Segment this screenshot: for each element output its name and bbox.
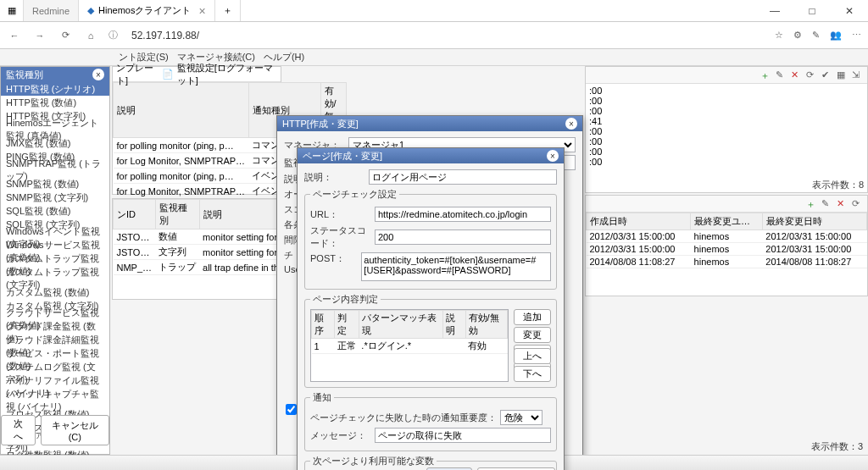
- star-icon[interactable]: ☆: [775, 30, 783, 41]
- sidebar-item[interactable]: パケットキャプチャ監視 (バイナリ): [1, 394, 109, 407]
- toolbar: ＋ ✎ ✕ ⟳: [586, 196, 867, 213]
- page-content-fieldset: ページ内容判定 順序判定パターンマッチ表現説明有効/無効1正常.*ログイン.*有…: [304, 293, 557, 388]
- sidebar-item[interactable]: SQL監視 (数値): [1, 204, 109, 218]
- app-icon: ▦: [0, 0, 24, 21]
- right-list-panel: ＋ ✎ ✕ ⟳ ✔ ▦ ⇲ :00:00:00:41:00:00:00:00 表…: [585, 66, 868, 193]
- close-icon[interactable]: ×: [565, 118, 577, 130]
- navbar: ← → ⟳ ⌂ ⓘ ☆ ⚙ ✎ 👥 ⋯: [0, 22, 868, 49]
- next-button[interactable]: 次へ: [1, 415, 36, 445]
- column-header[interactable]: 最終変更日時: [762, 213, 866, 230]
- sidebar-item[interactable]: カスタムトラップ監視 (文字列): [1, 272, 109, 285]
- message-input[interactable]: [375, 428, 551, 443]
- field-label: URL：: [310, 208, 371, 221]
- refresh-icon[interactable]: ⟳: [852, 198, 864, 210]
- filter-icon[interactable]: ▦: [837, 69, 849, 81]
- column-header[interactable]: 判定: [335, 311, 359, 339]
- time-cell: :41: [589, 116, 864, 126]
- right-history-panel: ＋ ✎ ✕ ⟳ 作成日時最終変更ユ…最終変更日時2012/03/31 15:00…: [585, 195, 868, 296]
- time-cell: :00: [589, 136, 864, 147]
- delete-icon[interactable]: ✕: [837, 198, 849, 210]
- column-header[interactable]: 有効/無効: [465, 311, 507, 339]
- share-icon[interactable]: 👥: [830, 30, 842, 41]
- tab-hinemos[interactable]: ◆Hinemosクライアント×: [79, 0, 215, 21]
- edit-icon[interactable]: ✎: [821, 198, 833, 210]
- time-cell: :00: [589, 106, 864, 116]
- bottom-table-panel: ンID監視種別説明フォJSTO…数値monitor setting for an…: [112, 198, 281, 300]
- window-close-button[interactable]: ✕: [831, 0, 868, 22]
- column-header[interactable]: 説明: [114, 83, 249, 138]
- legend: 次ページより利用可能な変数: [310, 455, 437, 467]
- description-input[interactable]: [369, 169, 557, 185]
- action-button[interactable]: 追加: [514, 309, 551, 325]
- template-table-panel: ンプレート]📄監視設定[ログフォーマット] 説明通知種別有効/無効for pol…: [112, 66, 281, 195]
- column-header[interactable]: ンID: [114, 200, 156, 229]
- time-cell: :00: [589, 96, 864, 106]
- page-modal: ページ[作成・変更]× 説明： ページチェック設定 URL： ステータスコード：…: [297, 147, 565, 470]
- page-check-fieldset: ページチェック設定 URL： ステータスコード： POST：authentici…: [304, 188, 557, 290]
- status-code-input[interactable]: [375, 229, 551, 245]
- post-input[interactable]: authenticity_token=#[token]&username=#[U…: [361, 252, 551, 281]
- sidebar-item[interactable]: HTTP監視 (数値): [1, 96, 109, 109]
- column-header[interactable]: 順序: [312, 311, 335, 339]
- legend: ページ内容判定: [310, 293, 381, 306]
- row-count: 表示件数：3: [811, 440, 863, 453]
- monitor-type-panel: 監視種別× HTTP監視 (シナリオ)HTTP監視 (数値)HTTP監視 (文字…: [0, 66, 110, 455]
- check-icon[interactable]: ✔: [821, 69, 833, 81]
- url-input[interactable]: [128, 26, 765, 45]
- column-header[interactable]: 説明: [442, 311, 465, 339]
- delete-icon[interactable]: ✕: [791, 69, 803, 81]
- column-header[interactable]: 監視種別: [155, 200, 199, 229]
- notify-fieldset: 通知 ページチェックに失敗した時の通知重要度：危険 メッセージ：: [304, 391, 557, 451]
- field-label: ステータスコード：: [310, 224, 371, 250]
- refresh-icon[interactable]: ⟳: [806, 69, 818, 81]
- time-cell: :00: [589, 147, 864, 157]
- toolbar: ＋ ✎ ✕ ⟳ ✔ ▦ ⇲: [586, 67, 867, 84]
- sidebar-item[interactable]: SNMP監視 (文字列): [1, 191, 109, 204]
- reload-icon[interactable]: ⟳: [58, 28, 73, 43]
- sidebar-item[interactable]: Hinemosエージェント監視 (真偽値): [1, 123, 109, 136]
- checkbox[interactable]: [286, 404, 297, 415]
- field-label: POST：: [310, 252, 358, 265]
- legend: 通知: [310, 391, 334, 404]
- column-header[interactable]: パターンマッチ表現: [359, 311, 442, 339]
- forward-icon[interactable]: →: [32, 28, 47, 43]
- new-tab-button[interactable]: ＋: [215, 0, 241, 21]
- sidebar-item[interactable]: HTTP監視 (シナリオ): [1, 82, 109, 96]
- table-row[interactable]: 2014/08/08 11:08:27hinemos2014/08/08 11:…: [587, 256, 867, 268]
- edit-icon[interactable]: ✎: [776, 69, 787, 81]
- table-row[interactable]: 2012/03/31 15:00:00hinemos2012/03/31 15:…: [587, 243, 867, 256]
- gear-icon[interactable]: ⚙: [793, 30, 802, 41]
- severity-select[interactable]: 危険: [500, 410, 542, 425]
- add-icon[interactable]: ＋: [806, 198, 818, 210]
- tab-label[interactable]: ンプレート]: [116, 62, 159, 87]
- close-icon[interactable]: ×: [92, 69, 104, 80]
- close-icon[interactable]: ×: [198, 4, 205, 18]
- field-label: メッセージ：: [310, 429, 371, 442]
- action-button[interactable]: 下へ: [514, 366, 551, 382]
- time-cell: :00: [589, 157, 864, 167]
- more-icon[interactable]: ⋯: [852, 30, 861, 41]
- tab-label[interactable]: 監視設定[ログフォーマット]: [177, 62, 277, 87]
- tab-redmine[interactable]: Redmine: [24, 0, 79, 21]
- window-min-button[interactable]: —: [756, 0, 793, 22]
- cancel-button[interactable]: キャンセル(C): [41, 415, 109, 445]
- modal-title: HTTP[作成・変更]: [282, 118, 359, 130]
- home-icon[interactable]: ⌂: [83, 28, 98, 43]
- field-label: ページチェックに失敗した時の通知重要度：: [310, 412, 497, 424]
- window-max-button[interactable]: □: [793, 0, 831, 22]
- add-icon[interactable]: ＋: [760, 69, 772, 81]
- modal-title: ページ[作成・変更]: [303, 150, 382, 163]
- back-icon[interactable]: ←: [7, 28, 22, 43]
- tab-label: Redmine: [32, 6, 70, 16]
- sidebar-item[interactable]: SNMPTRAP監視 (トラップ): [1, 163, 109, 177]
- table-row[interactable]: 2012/03/31 15:00:00hinemos2012/03/31 15:…: [587, 230, 867, 243]
- pen-icon[interactable]: ✎: [812, 30, 820, 41]
- action-button[interactable]: 上へ: [514, 348, 551, 364]
- column-header[interactable]: 最終変更ユ…: [691, 213, 763, 230]
- action-button[interactable]: 変更: [514, 327, 551, 343]
- column-header[interactable]: 作成日時: [587, 213, 691, 230]
- url-input[interactable]: [375, 207, 551, 222]
- export-icon[interactable]: ⇲: [852, 69, 864, 81]
- table-row[interactable]: 1正常.*ログイン.*有効: [312, 339, 508, 354]
- close-icon[interactable]: ×: [547, 150, 559, 162]
